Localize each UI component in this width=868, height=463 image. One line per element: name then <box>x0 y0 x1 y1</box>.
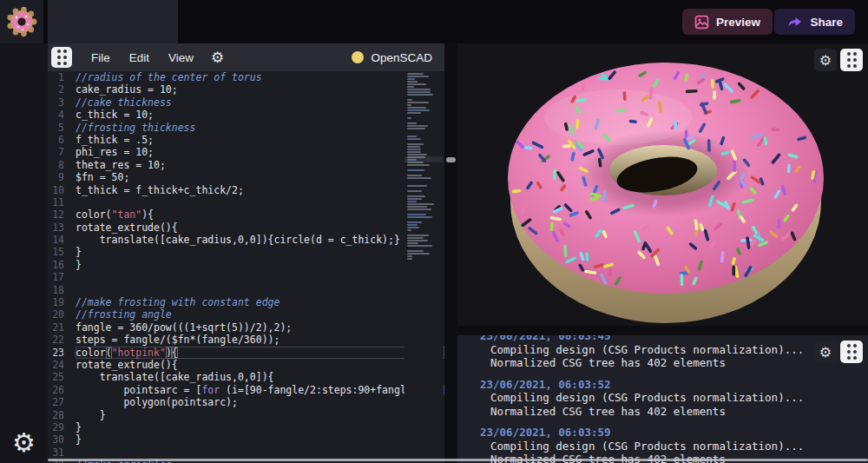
code-text: color("tan"){ <box>76 208 444 221</box>
preview-button-label: Preview <box>716 16 760 29</box>
code-line[interactable]: 18 <box>48 284 444 296</box>
code-text: translate([cake_radius,0,0]){ <box>76 371 444 383</box>
code-text: steps = fangle/($fn*(fangle/360)); <box>76 334 444 346</box>
preview-button[interactable]: Preview <box>682 9 773 35</box>
line-number: 15 <box>48 246 76 258</box>
editor-minimap[interactable] <box>404 71 443 463</box>
line-number: 30 <box>48 433 76 446</box>
line-number: 9 <box>48 171 76 183</box>
code-line[interactable]: 9$fn = 50; <box>48 171 444 183</box>
panel-split-divider[interactable] <box>444 43 457 463</box>
console-entry: 23/06/2021, 06:03:59Compiling design (CS… <box>480 426 859 463</box>
line-number: 20 <box>48 308 76 321</box>
code-line[interactable]: 15} <box>48 246 444 258</box>
editor-status: OpenSCAD <box>352 51 432 64</box>
horizontal-scrollbar[interactable] <box>48 459 868 461</box>
code-text: polygon(pointsarc); <box>76 396 444 408</box>
code-text: $fn = 50; <box>76 171 444 183</box>
code-text: c_thick = 10; <box>76 109 444 121</box>
viewer-panel[interactable]: ⚙ <box>457 43 868 326</box>
code-line[interactable]: 12color("tan"){ <box>48 208 444 221</box>
code-line[interactable]: 22steps = fangle/($fn*(fangle/360)); <box>48 334 444 346</box>
code-line[interactable]: 20//frosting angle <box>48 308 444 321</box>
code-line[interactable]: 21fangle = 360/pow(((1+sqrt(5))/2),2); <box>48 321 444 334</box>
line-number: 28 <box>48 409 76 421</box>
code-line[interactable]: 16} <box>48 259 444 271</box>
code-line[interactable]: 3//cake thickness <box>48 96 444 109</box>
code-line[interactable]: 13rotate_extrude(){ <box>48 222 444 234</box>
console-message: Compiling design (CSG Products normaliza… <box>480 343 859 357</box>
line-number: 14 <box>48 234 76 246</box>
code-line[interactable]: 19//make frosting with constant edge <box>48 296 444 308</box>
line-number: 22 <box>48 334 76 346</box>
line-number: 3 <box>48 96 76 109</box>
code-text: pointsarc = [for (i=[90-fangle/2:steps:9… <box>76 384 444 396</box>
app-logo[interactable] <box>0 0 43 43</box>
minimap-viewport <box>404 156 443 162</box>
code-line[interactable]: 29} <box>48 421 444 433</box>
code-line[interactable]: 8theta_res = 10; <box>48 159 444 171</box>
code-line[interactable]: 14 translate([cake_radius,0,0]){circle(d… <box>48 234 444 246</box>
divider-drag-thumb[interactable] <box>446 157 456 162</box>
code-line[interactable]: 5//frosting thickness <box>48 122 444 134</box>
code-text: color("hotpink"){ <box>76 347 444 359</box>
code-text <box>76 284 444 296</box>
console-message: Normalized CSG tree has 402 elements <box>480 453 859 463</box>
line-number: 4 <box>48 109 76 121</box>
code-line[interactable]: 26 pointsarc = [for (i=[90-fangle/2:step… <box>48 384 444 396</box>
code-line[interactable]: 6f_thick = .5; <box>48 134 444 146</box>
code-line[interactable]: 2cake_radius = 10; <box>48 83 444 96</box>
line-number: 7 <box>48 146 76 158</box>
line-number: 8 <box>48 159 76 171</box>
menu-item-edit[interactable]: Edit <box>129 51 149 64</box>
console-timestamp: 23/06/2021, 06:03:59 <box>480 426 859 440</box>
settings-gear-icon[interactable]: ⚙ <box>0 430 48 456</box>
console-gear-icon[interactable]: ⚙ <box>814 341 837 363</box>
console-panel[interactable]: ⚙ 23/06/2021, 06:03:45Compiling design (… <box>457 335 868 463</box>
code-line[interactable]: 30} <box>48 433 444 446</box>
editor-menubar: FileEditView ⚙ OpenSCAD <box>48 43 444 71</box>
viewer-gear-icon[interactable]: ⚙ <box>814 49 837 71</box>
code-line[interactable]: 27 polygon(pointsarc); <box>48 396 444 408</box>
editor-drag-handle-icon[interactable] <box>51 47 72 68</box>
console-message: Normalized CSG tree has 402 elements <box>480 405 859 419</box>
line-number: 25 <box>48 371 76 383</box>
code-line[interactable]: 4c_thick = 10; <box>48 109 444 121</box>
code-line[interactable]: 11 <box>48 196 444 208</box>
code-editor[interactable]: 1//radius of the center of torus2cake_ra… <box>48 71 444 463</box>
line-number: 23 <box>48 347 76 359</box>
code-line[interactable]: 17 <box>48 271 444 283</box>
code-line[interactable]: 1//radius of the center of torus <box>48 71 444 83</box>
menu-item-file[interactable]: File <box>91 51 110 64</box>
code-line[interactable]: 24rotate_extrude(){ <box>48 359 444 371</box>
code-text: } <box>76 259 444 271</box>
code-line[interactable]: 28 } <box>48 409 444 421</box>
editor-file-tab[interactable] <box>48 0 178 43</box>
code-text: rotate_extrude(){ <box>76 222 444 234</box>
line-number: 1 <box>48 71 76 83</box>
code-line[interactable]: 25 translate([cake_radius,0,0]){ <box>48 371 444 383</box>
code-text: translate([cake_radius,0,0]){circle(d = … <box>76 234 444 246</box>
code-text: rotate_extrude(){ <box>76 359 444 371</box>
line-number: 10 <box>48 184 76 196</box>
donut-render <box>457 43 868 326</box>
line-number: 31 <box>48 446 76 459</box>
code-line[interactable]: 31 <box>48 446 444 459</box>
console-drag-handle-icon[interactable] <box>840 341 863 363</box>
line-number: 24 <box>48 359 76 371</box>
code-line[interactable]: 7phi_res = 10; <box>48 146 444 158</box>
line-number: 16 <box>48 259 76 271</box>
viewer-drag-handle-icon[interactable] <box>840 49 863 71</box>
line-number: 18 <box>48 284 76 296</box>
line-number: 2 <box>48 83 76 96</box>
editor-gear-icon[interactable]: ⚙ <box>211 49 224 67</box>
line-number: 27 <box>48 396 76 408</box>
code-text: phi_res = 10; <box>76 146 444 158</box>
code-line[interactable]: 10t_thick = f_thick+c_thick/2; <box>48 184 444 196</box>
line-number: 12 <box>48 208 76 221</box>
code-line[interactable]: 23color("hotpink"){ <box>48 347 444 359</box>
share-button[interactable]: Share <box>774 9 855 35</box>
line-number: 29 <box>48 421 76 433</box>
openscad-status-label: OpenSCAD <box>371 51 432 64</box>
menu-item-view[interactable]: View <box>168 51 194 64</box>
